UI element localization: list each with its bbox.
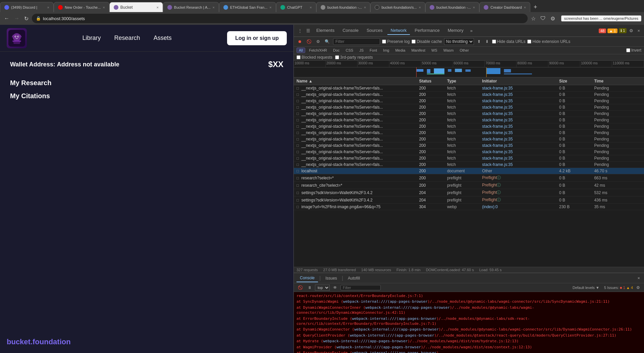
console-close-button[interactable]: × — [636, 275, 641, 281]
tab-close-bf3[interactable]: × — [473, 5, 475, 9]
col-name[interactable]: Name ▲ — [294, 77, 416, 85]
back-button[interactable]: ← — [3, 14, 11, 23]
console-clear-button[interactable]: 🚫 — [297, 285, 304, 291]
console-gear-button[interactable]: ⚙ — [635, 285, 641, 291]
console-link[interactable]: webpack-internal:///(app-pages-browser — [365, 305, 450, 310]
filter-wasm[interactable]: Wasm — [441, 48, 456, 53]
hide-data-urls-checkbox[interactable] — [492, 40, 496, 44]
table-row[interactable]: □ __nextjs_original-stack-frame?isServer… — [294, 111, 644, 117]
devtools-tab-network[interactable]: Network — [387, 26, 410, 35]
tab-discord[interactable]: (3499) Discord | × — [0, 2, 54, 12]
filter-ws[interactable]: WS — [429, 48, 440, 53]
table-row[interactable]: □ research_cite?select=* 200 preflight P… — [294, 182, 644, 189]
shield-button[interactable]: 🛡 — [539, 14, 547, 23]
console-link[interactable]: webpack-internal:///(app-pages-browser — [352, 316, 437, 321]
network-filter-toggle[interactable]: ⚙ — [315, 39, 321, 45]
devtools-dock-button[interactable]: ⋮ — [297, 27, 304, 34]
console-tab-console[interactable]: Console — [297, 274, 318, 282]
table-row[interactable]: □ __nextjs_original-stack-frame?isServer… — [294, 155, 644, 162]
nav-assets[interactable]: Assets — [154, 35, 172, 42]
filter-font[interactable]: Font — [367, 48, 379, 53]
console-link[interactable]: webpack-internal:///(app-pages-browser — [323, 339, 408, 343]
filter-all[interactable]: All — [297, 48, 305, 53]
col-type[interactable]: Type — [444, 77, 479, 85]
nav-research[interactable]: Research — [114, 35, 140, 42]
table-row[interactable]: □ localhost 200 document Other 4.2 kB 46… — [294, 168, 644, 174]
tab-close-bucket[interactable]: × — [156, 5, 158, 9]
console-link[interactable]: webpack-internal:///(app-pages-browser — [343, 299, 428, 304]
table-row[interactable]: □ __nextjs_original-stack-frame?isServer… — [294, 136, 644, 142]
login-button[interactable]: Log in or sign up — [227, 31, 287, 45]
col-initiator[interactable]: Initiator — [479, 77, 556, 85]
console-tab-autofill[interactable]: Autofill — [344, 275, 363, 282]
throttle-select[interactable]: No throttling — [444, 38, 474, 45]
network-search-button[interactable]: 🔍 — [323, 39, 331, 45]
console-link[interactable]: webpack-internal:///(app-pages-browser — [352, 351, 437, 353]
disable-cache-checkbox[interactable] — [412, 40, 416, 44]
tab-close-bf2[interactable]: × — [419, 5, 421, 9]
table-row[interactable]: □ __nextjs_original-stack-frame?isServer… — [294, 117, 644, 123]
filter-css[interactable]: CSS — [343, 48, 356, 53]
table-row[interactable]: □ __nextjs_original-stack-frame?isServer… — [294, 98, 644, 104]
table-row[interactable]: □ __nextjs_original-stack-frame?isServer… — [294, 123, 644, 130]
tab-close-bf1[interactable]: × — [364, 5, 366, 9]
settings-button[interactable]: ⚙ — [549, 14, 556, 23]
new-tab-button[interactable]: + — [530, 2, 540, 12]
tab-bucket[interactable]: Bucket × — [109, 2, 163, 12]
preserve-log-checkbox[interactable] — [382, 40, 386, 44]
devtools-more-tabs[interactable]: » — [468, 27, 475, 35]
network-clear-button[interactable]: 🚫 — [305, 39, 313, 45]
nav-library[interactable]: Library — [83, 35, 101, 42]
tab-bf2[interactable]: bucket-foundation/s... × — [370, 2, 425, 12]
devtools-tab-performance[interactable]: Performance — [411, 26, 443, 35]
console-link[interactable]: webpack-internal:///(app-pages-browser — [350, 333, 434, 338]
filter-img[interactable]: Img — [381, 48, 391, 53]
devtools-close-button[interactable]: × — [636, 27, 641, 34]
tab-close-discord[interactable]: × — [47, 5, 49, 9]
tab-chatgpt[interactable]: ChatGPT × — [276, 2, 316, 12]
console-link[interactable]: webpack-internal:///(app-pages-browser — [354, 327, 439, 332]
devtools-tab-memory[interactable]: Memory — [444, 26, 467, 35]
devtools-tab-elements[interactable]: Elements — [313, 26, 338, 35]
my-research-link[interactable]: My Research — [10, 79, 283, 87]
tab-bf3[interactable]: bucket.foundation -... × — [425, 2, 479, 12]
table-row[interactable]: □ settings?sdkVersion=WalletKit%2F3.4.2 … — [294, 196, 644, 204]
forward-button[interactable]: → — [13, 14, 21, 23]
table-row[interactable]: □ image?url=%2Ffirst-image.png&w=96&q=75… — [294, 204, 644, 210]
table-row[interactable]: □ __nextjs_original-stack-frame?isServer… — [294, 130, 644, 136]
table-row[interactable]: □ __nextjs_original-stack-frame?isServer… — [294, 142, 644, 149]
console-link[interactable]: webpack-internal:///(app-pages-browser — [336, 345, 421, 349]
hide-extension-urls-checkbox[interactable] — [527, 40, 531, 44]
tab-ethglobal[interactable]: ETHGlobal San Fran... × — [219, 2, 276, 12]
console-filter-input[interactable] — [340, 285, 381, 290]
network-import-button[interactable]: ⬆ — [476, 39, 482, 45]
filter-media[interactable]: Media — [393, 48, 408, 53]
blocked-requests-checkbox[interactable] — [297, 55, 301, 59]
tab-close-creator[interactable]: × — [524, 5, 526, 9]
console-tab-issues[interactable]: Issues — [322, 275, 340, 282]
bookmark-button[interactable]: ☆ — [530, 14, 537, 23]
tab-close-neworder[interactable]: × — [103, 5, 105, 9]
network-filter-input[interactable] — [333, 38, 380, 45]
tab-bucket-research[interactable]: Bucket Research | A... × — [163, 2, 219, 12]
table-row[interactable]: □ __nextjs_original-stack-frame?isServer… — [294, 149, 644, 155]
devtools-cursor-button[interactable]: ☰ — [305, 27, 312, 34]
table-row[interactable]: □ __nextjs_original-stack-frame?isServer… — [294, 85, 644, 92]
reload-button[interactable]: ↻ — [23, 14, 30, 23]
filter-js[interactable]: JS — [357, 48, 366, 53]
network-table-container[interactable]: Name ▲ Status Type Initiator Size Time □… — [294, 77, 644, 267]
devtools-tab-console[interactable]: Console — [339, 26, 362, 35]
network-export-button[interactable]: ⬇ — [484, 39, 490, 45]
table-row[interactable]: □ __nextjs_original-stack-frame?isServer… — [294, 162, 644, 168]
console-eye-button[interactable]: 👁 — [332, 285, 338, 291]
devtools-tab-sources[interactable]: Sources — [363, 26, 386, 35]
address-bar[interactable]: 🔒 localhost:3000/assets — [32, 14, 528, 23]
table-row[interactable]: □ __nextjs_original-stack-frame?isServer… — [294, 104, 644, 111]
third-party-checkbox[interactable] — [335, 55, 339, 59]
filter-fetch-xhr[interactable]: Fetch/XHR — [307, 48, 329, 53]
devtools-settings-button[interactable]: ⚙ — [628, 27, 635, 34]
tab-close-ethglobal[interactable]: × — [269, 5, 271, 9]
filter-other[interactable]: Other — [457, 48, 471, 53]
col-time[interactable]: Time — [591, 77, 644, 85]
tab-close-chatgpt[interactable]: × — [310, 5, 312, 9]
